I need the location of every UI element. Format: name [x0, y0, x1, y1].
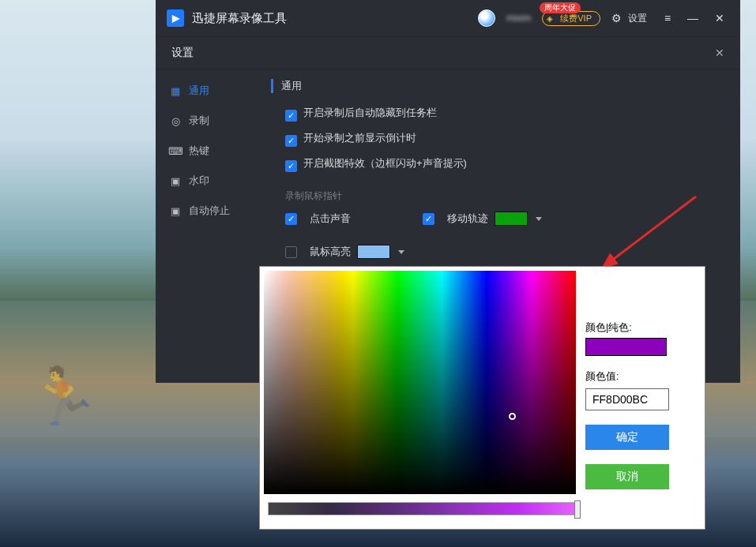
menu-icon[interactable]: ≡	[656, 12, 675, 24]
option-label: 开始录制之前显示倒计时	[303, 132, 416, 144]
checkbox-move-trail[interactable]	[423, 213, 434, 225]
option-label: 移动轨迹	[447, 212, 488, 226]
gear-icon[interactable]: ⚙	[611, 12, 622, 24]
renew-vip-button[interactable]: 周年大促 ◈ 续费VIP	[542, 11, 600, 26]
sidebar-item-general[interactable]: ▦通用	[156, 76, 260, 106]
mouse-group-label: 录制鼠标指针	[285, 189, 729, 203]
settings-label[interactable]: 设置	[628, 12, 647, 25]
vip-label: 续费VIP	[560, 13, 592, 23]
option-label: 点击声音	[310, 212, 351, 226]
preview-swatch	[585, 338, 667, 356]
color-sv-area[interactable]	[264, 271, 576, 494]
option-label: 鼠标高亮	[310, 245, 351, 259]
grid-icon: ▦	[170, 85, 181, 96]
promo-badge: 周年大促	[540, 2, 581, 13]
subheader-close[interactable]: ✕	[715, 47, 724, 59]
sidebar-item-label: 自动停止	[189, 204, 230, 218]
sidebar-item-label: 录制	[189, 114, 209, 128]
value-label: 颜色值:	[585, 370, 690, 384]
app-icon: ▶	[167, 9, 184, 27]
sidebar-item-record[interactable]: ◎录制	[156, 106, 260, 136]
color-swatch-trail[interactable]	[495, 212, 528, 226]
color-picker-popup: 颜色|纯色: 颜色值: 确定 取消	[259, 266, 705, 530]
keyboard-icon: ⌨	[170, 145, 181, 156]
dropdown-arrow-icon[interactable]	[536, 217, 542, 221]
sidebar-item-label: 水印	[189, 174, 209, 188]
sidebar: ▦通用 ◎录制 ⌨热键 ▣水印 ▣自动停止	[156, 69, 260, 383]
stop-icon: ▣	[170, 205, 181, 216]
app-title: 迅捷屏幕录像工具	[192, 11, 287, 26]
cancel-button[interactable]: 取消	[585, 464, 669, 489]
option-label: 开启截图特效（边框闪动+声音提示)	[303, 157, 467, 169]
vip-diamond-icon: ◈	[547, 14, 553, 23]
sidebar-item-autostop[interactable]: ▣自动停止	[156, 196, 260, 226]
sidebar-item-label: 热键	[189, 144, 209, 158]
checkbox-hide-taskbar[interactable]	[285, 110, 297, 122]
subheader: 设置 ✕	[156, 36, 740, 69]
subheader-title: 设置	[171, 46, 194, 60]
solid-label: 颜色|纯色:	[585, 321, 690, 335]
hue-thumb[interactable]	[574, 500, 581, 519]
checkbox-screenshot-fx[interactable]	[285, 160, 297, 172]
section-title: 通用	[271, 79, 729, 93]
username[interactable]: mixim	[503, 13, 534, 24]
hex-input[interactable]	[585, 388, 669, 410]
color-swatch-highlight[interactable]	[357, 245, 390, 259]
record-icon: ◎	[170, 115, 181, 126]
hue-slider[interactable]	[268, 502, 580, 515]
sv-cursor[interactable]	[509, 413, 516, 420]
sidebar-item-hotkey[interactable]: ⌨热键	[156, 136, 260, 166]
checkbox-countdown[interactable]	[285, 135, 297, 147]
bg-silhouette	[24, 358, 103, 463]
close-button[interactable]: ✕	[710, 12, 729, 24]
checkbox-highlight[interactable]	[285, 246, 297, 258]
sidebar-item-label: 通用	[189, 84, 209, 98]
titlebar: ▶ 迅捷屏幕录像工具 mixim 周年大促 ◈ 续费VIP ⚙ 设置 ≡ — ✕	[156, 0, 740, 36]
minimize-button[interactable]: —	[683, 12, 702, 24]
avatar[interactable]	[478, 9, 495, 27]
checkbox-click-sound[interactable]	[285, 213, 297, 225]
option-label: 开启录制后自动隐藏到任务栏	[303, 107, 437, 118]
ok-button[interactable]: 确定	[585, 425, 669, 450]
watermark-icon: ▣	[170, 175, 181, 186]
sidebar-item-watermark[interactable]: ▣水印	[156, 166, 260, 196]
dropdown-arrow-icon[interactable]	[398, 250, 404, 254]
